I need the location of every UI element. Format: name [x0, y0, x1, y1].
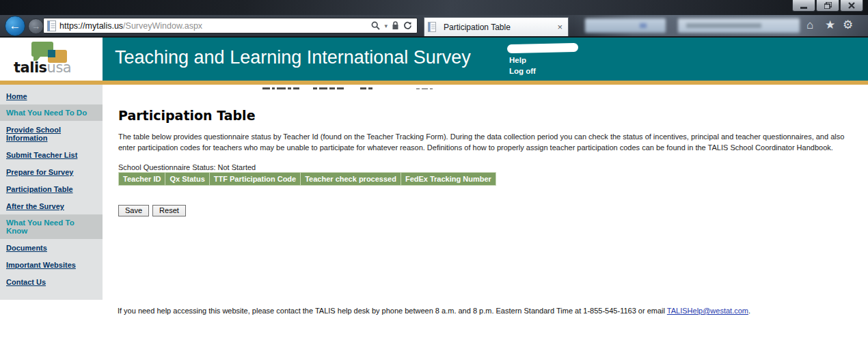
- back-button[interactable]: ←: [5, 16, 25, 36]
- address-bar[interactable]: https://mytalis.us/SurveyWindow.aspx ▾: [43, 18, 418, 33]
- logo-text-talis: talis: [14, 59, 47, 76]
- tab-close-icon[interactable]: ×: [557, 23, 562, 31]
- save-button[interactable]: Save: [118, 205, 149, 216]
- browser-tab[interactable]: Participation Table ×: [424, 17, 569, 36]
- logoff-link[interactable]: Log off: [509, 67, 536, 75]
- participation-table-header: Teacher ID Qx Status TTF Participation C…: [119, 173, 496, 186]
- back-arrow-icon: ←: [10, 19, 21, 33]
- minimize-button[interactable]: [792, 0, 815, 12]
- sidebar-item-prepare-for-survey[interactable]: Prepare for Survey: [0, 163, 103, 180]
- settings-gear-icon[interactable]: ⚙: [843, 18, 853, 32]
- refresh-icon[interactable]: [403, 21, 412, 30]
- restore-icon: [824, 2, 832, 9]
- forward-arrow-icon: →: [31, 21, 40, 31]
- sidebar-item-provide-school-information[interactable]: Provide School Information: [0, 121, 103, 146]
- talis-logo: talisusa: [0, 38, 103, 81]
- site-title: Teaching and Learning International Surv…: [115, 47, 471, 68]
- sidebar-item-participation-table[interactable]: Participation Table: [0, 180, 103, 197]
- form-buttons: Save Reset: [118, 205, 849, 216]
- sidebar-item-contact-us[interactable]: Contact Us: [0, 273, 103, 290]
- sidebar-item-submit-teacher-list[interactable]: Submit Teacher List: [0, 146, 103, 163]
- close-button[interactable]: [840, 0, 863, 12]
- restore-button[interactable]: [816, 0, 839, 12]
- redacted-search-text: [686, 23, 761, 28]
- header-band: Teaching and Learning International Surv…: [103, 38, 868, 81]
- url-path: /SurveyWindow.aspx: [123, 21, 202, 31]
- footer-suffix: .: [748, 307, 750, 315]
- help-footer: If you need help accessing this website,…: [0, 307, 868, 315]
- sidebar-item-documents[interactable]: Documents: [0, 239, 103, 256]
- sidebar-item-important-websites[interactable]: Important Websites: [0, 256, 103, 273]
- sidebar-item-after-the-survey[interactable]: After the Survey: [0, 197, 103, 214]
- tab-title: Participation Table: [444, 23, 511, 32]
- minimize-icon: [800, 3, 807, 9]
- sidebar-section-what-you-need-to-know: What You Need To Know: [0, 214, 103, 239]
- footer-email-link[interactable]: TALISHelp@westat.com: [667, 307, 748, 315]
- forward-button[interactable]: →: [28, 18, 44, 34]
- logo-text-usa: usa: [47, 59, 72, 76]
- site-header: talisusa Teaching and Learning Internati…: [0, 38, 868, 81]
- footer-text: If you need help accessing this website,…: [118, 307, 667, 315]
- column-fedex-tracking-number: FedEx Tracking Number: [401, 173, 496, 186]
- redacted-user-name: [507, 43, 578, 53]
- logo-text: talisusa: [14, 59, 71, 76]
- browser-chrome: ← → https://mytalis.us/SurveyWindow.aspx…: [0, 0, 868, 38]
- tab-favicon: [428, 22, 436, 32]
- redacted-toolbar-area: [585, 18, 666, 33]
- page-icon: [47, 20, 56, 31]
- url-text[interactable]: https://mytalis.us/SurveyWindow.aspx: [59, 21, 202, 31]
- page-description: The table below provides questionnaire s…: [118, 132, 849, 153]
- sidebar-nav: Home What You Need To Do Provide School …: [0, 85, 103, 300]
- address-bar-icons: ▾: [371, 21, 417, 30]
- reset-button[interactable]: Reset: [152, 205, 186, 216]
- search-icon[interactable]: [371, 21, 380, 30]
- close-icon: [848, 2, 855, 9]
- school-questionnaire-status: School Questionnaire Status: Not Started: [118, 163, 849, 171]
- window-titlebar[interactable]: [0, 0, 868, 15]
- column-teacher-id: Teacher ID: [119, 173, 165, 186]
- browser-search-box[interactable]: [678, 18, 800, 33]
- favorites-star-icon[interactable]: ★: [825, 18, 835, 32]
- browser-window: ← → https://mytalis.us/SurveyWindow.aspx…: [0, 0, 868, 351]
- search-dropdown-icon[interactable]: ▾: [384, 23, 388, 29]
- home-icon[interactable]: ⌂: [806, 18, 813, 32]
- column-ttf-participation-code: TTF Participation Code: [209, 173, 300, 186]
- sidebar-section-what-you-need-to-do: What You Need To Do: [0, 104, 103, 121]
- url-host: https://mytalis.us: [59, 21, 123, 31]
- window-controls: [791, 0, 863, 12]
- page-title: Participation Table: [118, 108, 849, 123]
- column-teacher-check-processed: Teacher check processed: [301, 173, 401, 186]
- main-content: Participation Table The table below prov…: [103, 85, 868, 216]
- table-header-row: Teacher ID Qx Status TTF Participation C…: [119, 173, 496, 186]
- help-link[interactable]: Help: [509, 56, 526, 64]
- sidebar-item-home[interactable]: Home: [0, 87, 103, 104]
- column-qx-status: Qx Status: [165, 173, 209, 186]
- lock-icon[interactable]: [392, 21, 399, 30]
- participation-table: Teacher ID Qx Status TTF Participation C…: [118, 172, 496, 186]
- logo-overlap-square-icon: [48, 50, 55, 57]
